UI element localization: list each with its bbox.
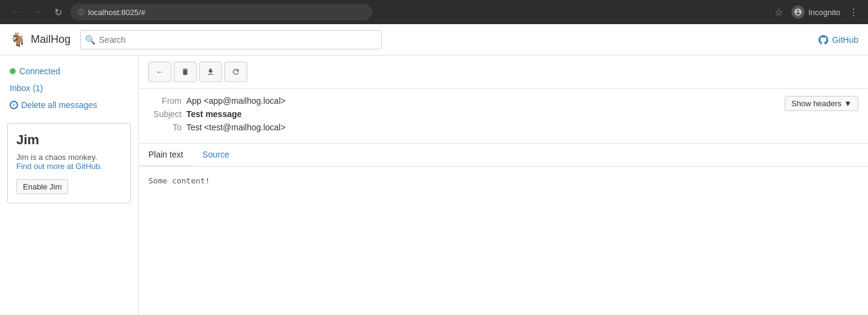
delete-all-button[interactable]: × Delete all messages (0, 97, 138, 113)
connected-dot-icon (10, 68, 16, 74)
browser-chrome: ← → ↻ ⓘ localhost:8025/# ☆ Incognito ⋮ (0, 0, 868, 24)
main-content: ← From App <app@mailhog.local> (139, 56, 868, 315)
email-body: Some content! (139, 167, 868, 195)
search-icon: 🔍 (85, 35, 95, 45)
app-logo: 🐐 MailHog (10, 32, 71, 48)
from-value: App <app@mailhog.local> (186, 96, 285, 106)
lock-icon: ⓘ (78, 8, 84, 17)
search-input[interactable] (80, 30, 382, 49)
search-container: 🔍 (80, 30, 382, 49)
delete-circle-icon: × (10, 101, 18, 109)
chevron-down-icon: ▼ (844, 99, 852, 108)
incognito-icon (791, 5, 805, 19)
incognito-badge: Incognito (791, 5, 840, 19)
star-button[interactable]: ☆ (772, 4, 785, 21)
forward-nav-button[interactable]: → (29, 4, 46, 20)
app-body: Connected Inbox (1) × Delete all message… (0, 56, 868, 315)
email-toolbar: ← (139, 56, 868, 89)
back-nav-button[interactable]: ← (7, 4, 24, 20)
from-label: From (148, 96, 182, 106)
subject-value: Test message (186, 109, 242, 119)
sidebar: Connected Inbox (1) × Delete all message… (0, 56, 139, 315)
to-value: Test <test@mailhog.local> (186, 122, 285, 132)
email-body-text: Some content! (148, 176, 210, 185)
delete-all-label: Delete all messages (21, 100, 97, 110)
subject-label: Subject (148, 109, 182, 119)
reload-nav-button[interactable]: ↻ (51, 4, 66, 21)
more-menu-button[interactable]: ⋮ (846, 4, 861, 21)
url-text: localhost:8025/# (88, 8, 145, 17)
from-row: From App <app@mailhog.local> (148, 96, 858, 106)
to-row: To Test <test@mailhog.local> (148, 122, 858, 132)
tab-source[interactable]: Source (193, 144, 239, 167)
jim-github-link[interactable]: Find out more at GitHub. (16, 162, 102, 171)
incognito-label: Incognito (808, 8, 840, 17)
enable-jim-button[interactable]: Enable Jim (16, 179, 68, 194)
connected-status: Connected (0, 63, 138, 80)
email-meta: From App <app@mailhog.local> Subject Tes… (139, 89, 868, 144)
to-label: To (148, 122, 182, 132)
refresh-button[interactable] (224, 62, 247, 82)
jim-card: Jim Jim is a chaos monkey. Find out more… (7, 123, 131, 203)
subject-row: Subject Test message (148, 109, 858, 119)
address-bar: ⓘ localhost:8025/# (71, 4, 372, 21)
jim-description: Jim is a chaos monkey. Find out more at … (16, 153, 122, 171)
tab-plain-text[interactable]: Plain text (139, 144, 193, 167)
delete-button[interactable] (174, 62, 197, 82)
back-button[interactable]: ← (148, 62, 171, 82)
show-headers-button[interactable]: Show headers ▼ (785, 96, 858, 111)
github-link[interactable]: GitHub (819, 35, 858, 45)
github-icon (819, 35, 828, 45)
app-header: 🐐 MailHog 🔍 GitHub (0, 24, 868, 56)
browser-right-controls: ☆ Incognito ⋮ (772, 4, 861, 21)
connected-label: Connected (19, 66, 60, 76)
app-name: MailHog (31, 33, 71, 46)
jim-title: Jim (16, 132, 122, 148)
search-wrapper: 🔍 (80, 30, 382, 49)
mailhog-icon: 🐐 (10, 32, 26, 48)
inbox-link[interactable]: Inbox (1) (0, 80, 138, 97)
download-button[interactable] (199, 62, 222, 82)
email-tabs: Plain text Source (139, 144, 868, 167)
github-label: GitHub (832, 35, 858, 45)
